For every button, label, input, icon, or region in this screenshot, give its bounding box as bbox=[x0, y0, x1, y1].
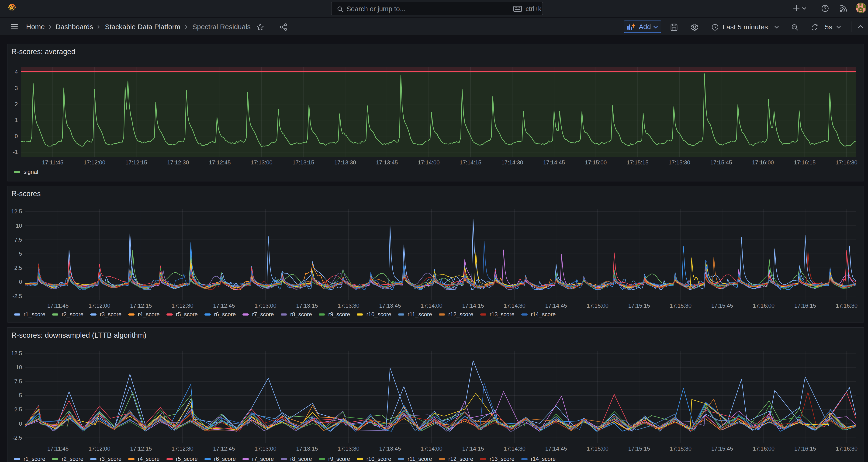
svg-text:12.5: 12.5 bbox=[11, 208, 22, 215]
svg-text:17:15:15: 17:15:15 bbox=[627, 159, 648, 165]
svg-text:17:12:00: 17:12:00 bbox=[89, 303, 110, 309]
svg-text:1: 1 bbox=[15, 117, 18, 123]
svg-text:2.5: 2.5 bbox=[14, 406, 22, 412]
svg-text:17:12:45: 17:12:45 bbox=[213, 445, 235, 452]
svg-text:17:13:00: 17:13:00 bbox=[255, 303, 276, 309]
svg-text:17:14:45: 17:14:45 bbox=[545, 445, 567, 452]
svg-text:17:15:45: 17:15:45 bbox=[710, 159, 732, 165]
svg-text:3: 3 bbox=[15, 85, 18, 91]
svg-text:17:11:45: 17:11:45 bbox=[47, 303, 69, 309]
svg-text:17:13:45: 17:13:45 bbox=[376, 159, 398, 165]
svg-text:5: 5 bbox=[19, 392, 22, 399]
svg-text:17:13:45: 17:13:45 bbox=[379, 303, 401, 309]
svg-text:17:15:15: 17:15:15 bbox=[628, 445, 650, 452]
svg-text:17:16:30: 17:16:30 bbox=[836, 303, 858, 309]
svg-text:17:13:15: 17:13:15 bbox=[292, 159, 314, 165]
svg-text:2: 2 bbox=[15, 101, 18, 107]
svg-text:17:13:15: 17:13:15 bbox=[296, 303, 318, 309]
svg-text:10: 10 bbox=[16, 222, 22, 229]
svg-text:17:12:30: 17:12:30 bbox=[167, 159, 189, 165]
svg-text:17:16:15: 17:16:15 bbox=[794, 445, 816, 452]
svg-text:17:16:30: 17:16:30 bbox=[836, 159, 857, 165]
svg-text:17:15:15: 17:15:15 bbox=[628, 303, 650, 309]
svg-text:17:12:45: 17:12:45 bbox=[209, 159, 230, 165]
svg-text:17:11:45: 17:11:45 bbox=[42, 159, 63, 165]
svg-text:0: 0 bbox=[19, 421, 22, 427]
svg-text:5: 5 bbox=[19, 250, 22, 257]
svg-text:-2.5: -2.5 bbox=[12, 293, 22, 299]
svg-text:17:16:00: 17:16:00 bbox=[752, 159, 774, 165]
svg-text:17:13:15: 17:13:15 bbox=[296, 445, 318, 452]
svg-text:17:13:45: 17:13:45 bbox=[379, 445, 401, 452]
svg-text:12.5: 12.5 bbox=[11, 350, 22, 356]
svg-text:17:14:00: 17:14:00 bbox=[421, 445, 442, 452]
svg-text:17:12:30: 17:12:30 bbox=[172, 303, 193, 309]
svg-text:-1: -1 bbox=[13, 149, 18, 155]
svg-text:17:16:30: 17:16:30 bbox=[836, 445, 858, 452]
svg-text:4: 4 bbox=[15, 69, 18, 75]
svg-text:17:12:15: 17:12:15 bbox=[125, 159, 147, 165]
svg-text:17:16:15: 17:16:15 bbox=[794, 303, 816, 309]
svg-text:17:15:30: 17:15:30 bbox=[670, 445, 691, 452]
svg-text:17:13:30: 17:13:30 bbox=[334, 159, 356, 165]
svg-text:17:13:30: 17:13:30 bbox=[338, 303, 359, 309]
svg-text:17:15:30: 17:15:30 bbox=[670, 303, 691, 309]
svg-text:17:15:00: 17:15:00 bbox=[587, 445, 608, 452]
svg-text:17:12:45: 17:12:45 bbox=[213, 303, 235, 309]
svg-text:17:15:45: 17:15:45 bbox=[711, 445, 733, 452]
svg-text:17:12:00: 17:12:00 bbox=[84, 159, 105, 165]
svg-text:17:15:45: 17:15:45 bbox=[711, 303, 733, 309]
svg-text:7.5: 7.5 bbox=[14, 237, 22, 243]
svg-text:2.5: 2.5 bbox=[14, 265, 22, 271]
svg-text:17:12:30: 17:12:30 bbox=[172, 445, 193, 452]
svg-text:17:16:00: 17:16:00 bbox=[753, 445, 775, 452]
svg-text:17:13:00: 17:13:00 bbox=[255, 445, 276, 452]
svg-text:17:12:00: 17:12:00 bbox=[89, 445, 110, 452]
svg-text:17:14:30: 17:14:30 bbox=[504, 303, 525, 309]
svg-text:17:12:15: 17:12:15 bbox=[130, 445, 152, 452]
svg-text:0: 0 bbox=[15, 133, 18, 139]
svg-text:10: 10 bbox=[16, 364, 22, 370]
svg-text:17:14:45: 17:14:45 bbox=[545, 303, 567, 309]
svg-text:17:14:15: 17:14:15 bbox=[462, 445, 484, 452]
svg-text:17:14:30: 17:14:30 bbox=[504, 445, 525, 452]
svg-text:17:16:15: 17:16:15 bbox=[794, 159, 815, 165]
svg-text:17:15:30: 17:15:30 bbox=[669, 159, 690, 165]
svg-text:17:14:15: 17:14:15 bbox=[460, 159, 481, 165]
svg-text:17:15:00: 17:15:00 bbox=[587, 303, 608, 309]
svg-text:-2.5: -2.5 bbox=[12, 434, 22, 441]
svg-text:17:13:30: 17:13:30 bbox=[338, 445, 359, 452]
svg-text:17:14:30: 17:14:30 bbox=[501, 159, 523, 165]
svg-text:7.5: 7.5 bbox=[14, 378, 22, 384]
svg-text:17:15:00: 17:15:00 bbox=[585, 159, 607, 165]
svg-text:17:14:00: 17:14:00 bbox=[418, 159, 439, 165]
svg-text:17:13:00: 17:13:00 bbox=[251, 159, 272, 165]
svg-text:17:12:15: 17:12:15 bbox=[130, 303, 152, 309]
svg-text:0: 0 bbox=[19, 279, 22, 285]
svg-text:17:16:00: 17:16:00 bbox=[753, 303, 775, 309]
svg-text:17:14:00: 17:14:00 bbox=[421, 303, 442, 309]
svg-text:17:11:45: 17:11:45 bbox=[47, 445, 69, 452]
svg-text:17:14:15: 17:14:15 bbox=[462, 303, 484, 309]
svg-text:17:14:45: 17:14:45 bbox=[543, 159, 565, 165]
